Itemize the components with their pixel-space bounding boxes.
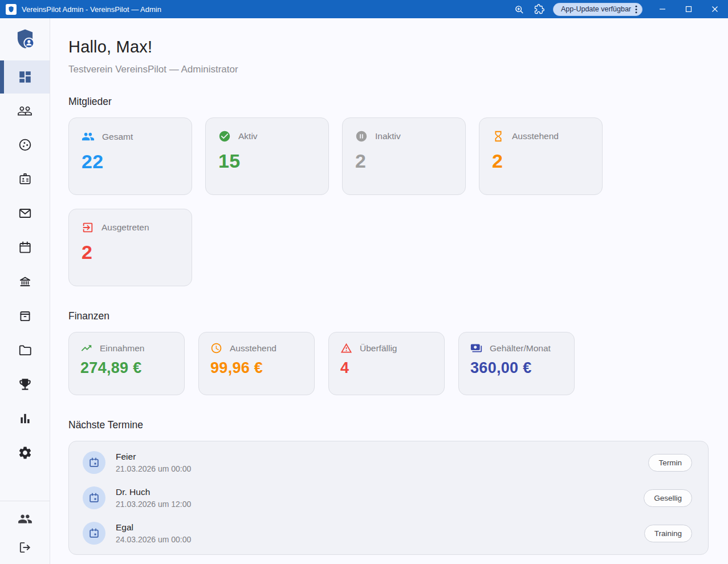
appointment-datetime: 21.03.2026 um 00:00	[116, 464, 191, 473]
window-title: VereinsPilot Admin - VereinsPilot — Admi…	[22, 5, 161, 14]
appointment-title: Dr. Huch	[116, 487, 191, 497]
appointment-datetime: 24.03.2026 um 00:00	[116, 535, 191, 544]
appointment-row[interactable]: Feier 21.03.2026 um 00:00 Termin	[69, 445, 708, 480]
shield-user-logo-icon	[13, 27, 37, 51]
people-icon	[82, 130, 95, 143]
trophy-icon	[18, 377, 32, 392]
stat-value: 360,00 €	[470, 359, 563, 377]
magnifier-plus-icon	[514, 5, 524, 14]
exit-arrow-icon	[82, 221, 94, 234]
stat-value: 4	[340, 359, 433, 377]
sports-ball-icon	[18, 137, 32, 152]
sidebar	[0, 18, 50, 564]
stat-value: 2	[355, 150, 453, 172]
users-icon	[18, 512, 32, 526]
archive-icon	[18, 309, 32, 323]
stat-card-ueberfaellig: Überfällig 4	[328, 332, 445, 395]
members-section-title: Mitglieder	[68, 96, 709, 108]
sidebar-item-logout[interactable]	[0, 533, 50, 562]
avatar	[83, 451, 105, 474]
app-update-button[interactable]: App-Update verfügbar	[553, 3, 642, 16]
stat-value: 22	[82, 151, 179, 173]
puzzle-icon	[534, 4, 544, 14]
window-controls	[649, 0, 728, 18]
stat-label: Gehälter/Monat	[490, 343, 551, 354]
bank-icon	[18, 274, 32, 289]
close-icon	[711, 6, 718, 13]
stat-value: 15	[218, 150, 316, 172]
members-people-icon	[17, 103, 32, 119]
sidebar-item-memberships[interactable]	[0, 162, 50, 196]
titlebar-right: App-Update verfügbar	[509, 0, 728, 18]
sidebar-item-settings[interactable]	[0, 436, 50, 470]
stat-card-gesamt: Gesamt 22	[68, 117, 192, 195]
sidebar-item-finances[interactable]	[0, 265, 50, 299]
appointment-row[interactable]: Dr. Huch 21.03.2026 um 12:00 Gesellig	[69, 480, 708, 516]
close-button[interactable]	[702, 0, 728, 18]
sidebar-item-calendar[interactable]	[0, 230, 50, 265]
id-badge-icon	[18, 172, 32, 186]
appointment-row[interactable]: Egal 24.03.2026 um 00:00 Training	[69, 516, 708, 551]
sidebar-item-dashboard[interactable]	[0, 60, 50, 94]
stat-card-ausstehend: Ausstehend 2	[479, 117, 603, 195]
sidebar-item-statistics[interactable]	[0, 401, 50, 436]
app-icon	[6, 4, 17, 15]
sidebar-item-inventory[interactable]	[0, 299, 50, 333]
stat-value: 99,96 €	[210, 359, 303, 377]
maximize-button[interactable]	[676, 0, 702, 18]
stat-card-fin-ausstehend: Ausstehend 99,96 €	[198, 332, 315, 395]
stat-label: Ausstehend	[230, 343, 276, 354]
extensions-button[interactable]	[529, 0, 550, 18]
stat-label: Ausgetreten	[101, 222, 149, 233]
folder-icon	[18, 343, 32, 358]
clock-icon	[210, 342, 222, 354]
warning-triangle-icon	[340, 342, 352, 354]
trending-up-icon	[80, 342, 92, 354]
titlebar: VereinsPilot Admin - VereinsPilot — Admi…	[0, 0, 728, 18]
zoom-in-button[interactable]	[509, 0, 529, 18]
bar-chart-icon	[18, 411, 32, 426]
appointment-tag: Gesellig	[644, 489, 692, 507]
finances-section-title: Finanzen	[68, 310, 709, 322]
sidebar-item-achievements[interactable]	[0, 367, 50, 401]
stat-label: Aktiv	[238, 131, 258, 141]
stat-value: 2	[492, 150, 589, 172]
kebab-menu-icon[interactable]	[635, 5, 637, 14]
stat-label: Überfällig	[360, 343, 397, 354]
hourglass-icon	[492, 130, 505, 143]
finances-cards: Einnahmen 274,89 € Ausstehend 99,96 € Üb…	[68, 332, 593, 395]
avatar	[83, 522, 105, 545]
stat-card-ausgetreten: Ausgetreten 2	[68, 209, 192, 286]
appointment-tag: Termin	[648, 454, 692, 472]
sidebar-item-mail[interactable]	[0, 196, 50, 230]
check-circle-icon	[218, 130, 231, 143]
avatar	[83, 486, 105, 509]
stat-label: Inaktiv	[375, 131, 401, 141]
sidebar-item-groups[interactable]	[0, 128, 50, 162]
stat-label: Gesamt	[102, 132, 133, 142]
stat-card-inaktiv: Inaktiv 2	[342, 117, 466, 195]
banknote-icon	[470, 342, 482, 354]
minimize-button[interactable]	[649, 0, 676, 18]
settings-gear-icon	[18, 445, 32, 460]
sidebar-bottom	[0, 501, 50, 564]
calendar-event-icon	[88, 492, 100, 504]
app-update-label: App-Update verfügbar	[561, 5, 631, 13]
sidebar-item-members[interactable]	[0, 94, 50, 128]
appointment-datetime: 21.03.2026 um 12:00	[116, 500, 191, 509]
main-content: Hallo, Max! Testverein VereinsPilot — Ad…	[50, 18, 728, 564]
sidebar-item-documents[interactable]	[0, 333, 50, 367]
stat-label: Einnahmen	[100, 343, 144, 354]
calendar-icon	[18, 240, 32, 255]
app-logo	[0, 18, 50, 60]
appointments-section-title: Nächste Termine	[68, 419, 709, 431]
calendar-event-icon	[88, 527, 100, 539]
appointment-title: Feier	[116, 452, 191, 462]
pause-circle-icon	[355, 130, 368, 143]
page-subtitle: Testverein VereinsPilot — Administrator	[68, 64, 709, 75]
shield-icon	[7, 6, 15, 13]
stat-card-einnahmen: Einnahmen 274,89 €	[68, 332, 185, 395]
sidebar-item-users[interactable]	[0, 505, 50, 533]
members-cards: Gesamt 22 Aktiv 15 Inaktiv 2	[68, 117, 616, 286]
mail-icon	[18, 206, 32, 221]
